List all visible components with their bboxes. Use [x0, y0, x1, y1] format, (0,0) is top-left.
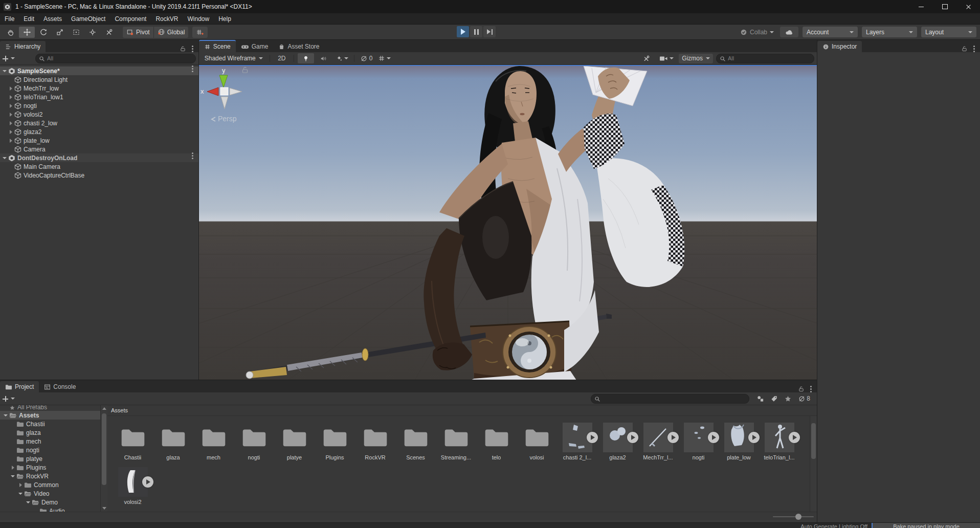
kebab-menu-icon[interactable]	[973, 48, 975, 50]
project-search[interactable]	[591, 394, 749, 404]
menu-edit[interactable]: Edit	[19, 15, 39, 23]
menu-gameobject[interactable]: GameObject	[66, 15, 110, 23]
2d-toggle[interactable]: 2D	[274, 53, 290, 63]
hierarchy-item[interactable]: MechTrr_low	[0, 84, 198, 93]
asset-item-prefab[interactable]: nogti	[678, 423, 719, 460]
hierarchy-item[interactable]: plate_low	[0, 136, 198, 145]
hierarchy-item-dontdestroyonload[interactable]: DontDestroyOnLoad	[0, 153, 198, 162]
caret-down-icon[interactable]	[26, 501, 30, 503]
play-badge-icon[interactable]	[667, 432, 679, 443]
scrollbar-thumb[interactable]	[811, 423, 816, 459]
menu-assets[interactable]: Assets	[39, 15, 66, 23]
menu-rockvr[interactable]: RockVR	[151, 15, 183, 23]
asset-item-prefab[interactable]: chasti 2_l...	[557, 423, 597, 460]
asset-item-prefab[interactable]: plate_low	[719, 423, 759, 460]
rect-tool-button[interactable]	[68, 27, 84, 38]
caret-right-icon[interactable]	[12, 466, 14, 470]
hierarchy-item[interactable]: chasti 2_low	[0, 119, 198, 127]
tree-scrollbar[interactable]	[100, 405, 107, 512]
camera-settings-dropdown[interactable]	[657, 53, 676, 63]
tree-item[interactable]: Video	[0, 489, 100, 498]
caret-right-icon[interactable]	[10, 130, 12, 134]
audio-toggle[interactable]	[316, 53, 332, 63]
caret-right-icon[interactable]	[10, 95, 12, 99]
move-tool-button[interactable]	[19, 27, 35, 38]
hierarchy-search[interactable]	[35, 54, 196, 63]
minimize-button[interactable]	[909, 0, 933, 13]
asset-item-folder[interactable]: Chastii	[113, 423, 153, 460]
scroll-up-icon[interactable]	[102, 407, 106, 410]
tree-item[interactable]: RockVR	[0, 472, 100, 480]
gizmo-y-label[interactable]: y	[222, 67, 226, 74]
custom-tool-button[interactable]	[101, 27, 117, 38]
tab-game[interactable]: Game	[236, 41, 274, 52]
lock-icon[interactable]	[242, 67, 247, 73]
asset-item-folder[interactable]: mech	[193, 423, 234, 460]
hierarchy-item[interactable]: teloTrian_low1	[0, 93, 198, 101]
scrollbar-thumb[interactable]	[102, 413, 106, 485]
search-by-label-icon[interactable]	[770, 395, 778, 403]
auto-generate-lighting-button[interactable]: Auto Generate Lighting Off	[800, 523, 867, 528]
rotate-tool-button[interactable]	[35, 27, 51, 38]
global-toggle[interactable]: Global	[153, 27, 189, 38]
asset-item-folder[interactable]: nogti	[234, 423, 274, 460]
hierarchy-item[interactable]: Camera	[0, 145, 198, 153]
kebab-menu-icon[interactable]	[192, 68, 193, 70]
caret-down-icon[interactable]	[18, 493, 23, 495]
tree-item[interactable]: mech	[0, 437, 100, 446]
asset-item-prefab[interactable]: volosi2	[113, 467, 153, 505]
lock-icon[interactable]	[180, 46, 186, 52]
tree-item[interactable]: nogti	[0, 446, 100, 454]
caret-down-icon[interactable]	[3, 157, 7, 159]
caret-down-icon[interactable]	[3, 70, 7, 72]
asset-item-prefab[interactable]: glaza2	[597, 423, 638, 460]
gizmos-dropdown[interactable]: Gizmos	[679, 54, 713, 63]
hierarchy-item[interactable]: volosi2	[0, 110, 198, 119]
hierarchy-item-scene[interactable]: SampleScene*	[0, 67, 198, 75]
scene-visibility-toggle[interactable]: 0	[358, 53, 375, 63]
kebab-menu-icon[interactable]	[810, 388, 812, 390]
lock-icon[interactable]	[961, 46, 968, 52]
hierarchy-item[interactable]: Main Camera	[0, 162, 198, 171]
step-button[interactable]	[483, 26, 496, 37]
play-badge-icon[interactable]	[627, 432, 638, 443]
asset-item-prefab[interactable]: teloTrian_l...	[759, 423, 799, 460]
slider-thumb[interactable]	[795, 514, 801, 520]
asset-item-folder[interactable]: volosi	[517, 423, 557, 460]
play-badge-icon[interactable]	[142, 476, 153, 488]
lock-icon[interactable]	[798, 386, 805, 392]
menu-component[interactable]: Component	[110, 15, 151, 23]
caret-right-icon[interactable]	[10, 139, 12, 143]
tab-asset-store[interactable]: Asset Store	[273, 41, 324, 52]
asset-item-folder[interactable]: Streaming...	[436, 423, 476, 460]
kebab-menu-icon[interactable]	[192, 155, 193, 157]
favorites-star-icon[interactable]	[784, 395, 792, 403]
hierarchy-item[interactable]: Directional Light	[0, 75, 198, 84]
scene-search-input[interactable]	[727, 55, 811, 62]
caret-right-icon[interactable]	[10, 121, 12, 125]
asset-item-folder[interactable]: glaza	[153, 423, 193, 460]
pause-button[interactable]	[470, 26, 482, 37]
cloud-button[interactable]	[780, 27, 798, 37]
caret-right-icon[interactable]	[10, 86, 12, 91]
play-badge-icon[interactable]	[708, 432, 719, 443]
scale-tool-button[interactable]	[52, 27, 68, 38]
grid-scrollbar[interactable]	[810, 416, 817, 512]
caret-down-icon[interactable]	[11, 475, 15, 477]
pivot-toggle[interactable]: Pivot	[123, 27, 153, 38]
grid-snap-button[interactable]	[192, 27, 208, 38]
scroll-down-icon[interactable]	[102, 507, 106, 510]
tab-hierarchy[interactable]: Hierarchy	[0, 41, 46, 52]
menu-help[interactable]: Help	[214, 15, 236, 23]
thumbnail-zoom-slider[interactable]	[773, 516, 814, 517]
transform-tool-button[interactable]	[84, 27, 100, 38]
asset-item-prefab[interactable]: MechTrr_l...	[638, 423, 678, 460]
project-search-input[interactable]	[602, 395, 746, 402]
scene-search[interactable]	[716, 54, 814, 63]
favorites-item[interactable]: All Prefabs	[0, 405, 100, 411]
asset-item-folder[interactable]: Plugins	[315, 423, 355, 460]
orientation-gizmo[interactable]: y x Persp	[199, 66, 250, 123]
scene-grid-dropdown[interactable]	[376, 53, 393, 63]
hierarchy-search-input[interactable]	[46, 55, 192, 62]
tab-project[interactable]: Project	[0, 381, 39, 392]
